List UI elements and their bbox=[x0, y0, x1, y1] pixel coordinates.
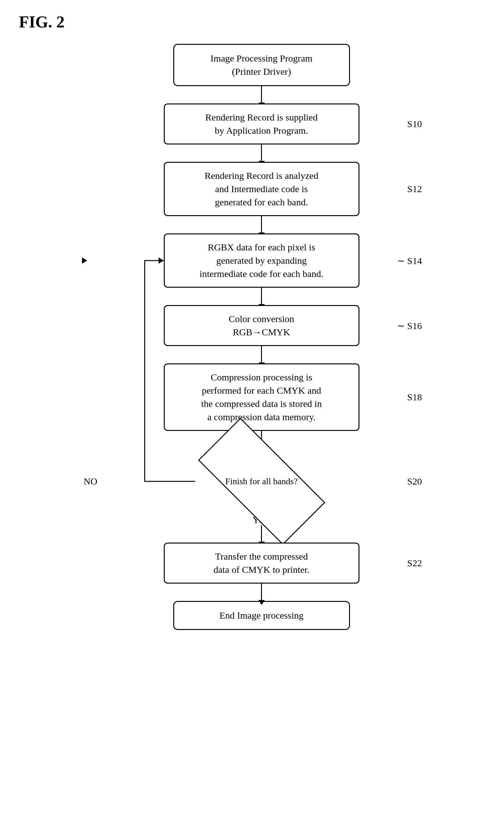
s16-box: Color conversionRGB→CMYK bbox=[164, 305, 360, 346]
s22-box: Transfer the compresseddata of CMYK to p… bbox=[164, 543, 360, 584]
s16-row: Color conversionRGB→CMYK ∼ S16 bbox=[38, 305, 485, 346]
s18-row: Compression processing isperformed for e… bbox=[38, 363, 485, 431]
s20-text: Finish for all bands? bbox=[225, 476, 298, 486]
s14-text: RGBX data for each pixel isgenerated by … bbox=[199, 242, 323, 279]
s12-text: Rendering Record is analyzedand Intermed… bbox=[204, 170, 319, 207]
s22-row: Transfer the compresseddata of CMYK to p… bbox=[38, 543, 485, 584]
s20-row: Finish for all bands? NO S20 bbox=[38, 448, 485, 514]
flowchart: Image Processing Program(Printer Driver)… bbox=[38, 44, 485, 630]
s10-box: Rendering Record is suppliedby Applicati… bbox=[164, 103, 360, 144]
start-text: Image Processing Program(Printer Driver) bbox=[210, 53, 313, 77]
s22-label: S22 bbox=[407, 558, 422, 568]
s20-diamond-wrapper: Finish for all bands? bbox=[195, 450, 328, 513]
s16-label: ∼ S16 bbox=[397, 320, 422, 331]
s14-box: RGBX data for each pixel isgenerated by … bbox=[164, 233, 360, 288]
start-box: Image Processing Program(Printer Driver) bbox=[173, 44, 350, 86]
s14-row: RGBX data for each pixel isgenerated by … bbox=[38, 233, 485, 288]
figure-title: FIG. 2 bbox=[19, 13, 485, 31]
s14-label: ∼ S14 bbox=[397, 255, 422, 266]
s20-diamond-text: Finish for all bands? bbox=[225, 475, 298, 487]
s12-label: S12 bbox=[407, 184, 422, 194]
s10-text: Rendering Record is suppliedby Applicati… bbox=[205, 112, 318, 136]
end-box: End Image processing bbox=[173, 601, 350, 630]
s18-box: Compression processing isperformed for e… bbox=[164, 363, 360, 431]
s22-text: Transfer the compresseddata of CMYK to p… bbox=[213, 551, 309, 575]
s10-row: Rendering Record is suppliedby Applicati… bbox=[38, 103, 485, 144]
page: FIG. 2 Image Processing Program(Printer … bbox=[0, 0, 504, 835]
s20-label: S20 bbox=[407, 476, 422, 487]
s18-label: S18 bbox=[407, 392, 422, 403]
no-label: NO bbox=[84, 476, 97, 487]
s12-box: Rendering Record is analyzedand Intermed… bbox=[164, 162, 360, 216]
s18-text: Compression processing isperformed for e… bbox=[201, 372, 322, 422]
s12-row: Rendering Record is analyzedand Intermed… bbox=[38, 162, 485, 216]
s16-text: Color conversionRGB→CMYK bbox=[229, 313, 294, 337]
end-text: End Image processing bbox=[219, 610, 304, 620]
s10-label: S10 bbox=[407, 119, 422, 129]
